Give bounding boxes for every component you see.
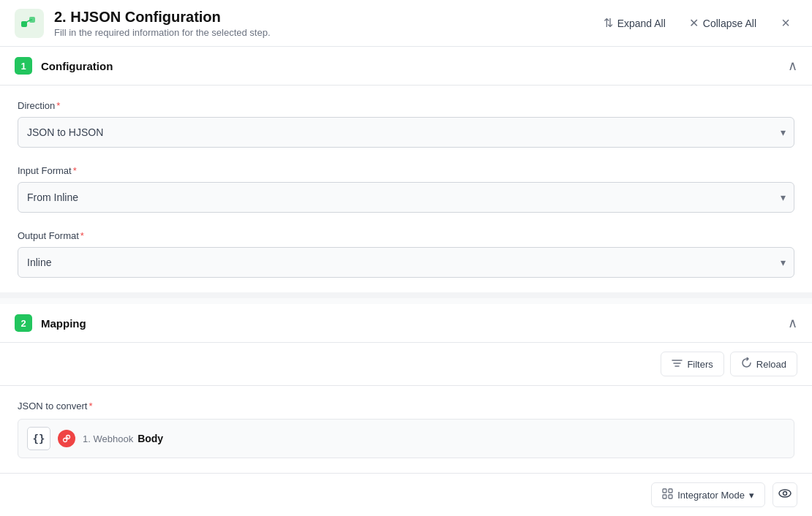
json-to-convert-required: * <box>89 401 92 411</box>
svg-rect-11 <box>669 495 672 498</box>
mapping-section-header[interactable]: 2 Mapping ∧ <box>0 304 812 343</box>
section-1-number: 1 <box>15 57 32 75</box>
output-format-select[interactable]: Inline Variable File <box>18 247 794 278</box>
eye-icon <box>778 487 792 504</box>
section-1-title: Configuration <box>41 60 788 72</box>
collapse-all-label: Collapse All <box>703 18 756 29</box>
mapping-toolbar: Filters Reload <box>0 343 812 386</box>
output-format-required: * <box>80 230 84 241</box>
integrator-mode-button[interactable]: Integrator Mode ▾ <box>651 482 765 507</box>
svg-point-5 <box>64 439 67 442</box>
svg-point-12 <box>779 490 791 497</box>
webhook-field-label: Body <box>138 433 163 444</box>
logo <box>15 9 44 38</box>
webhook-icon <box>58 430 75 447</box>
json-curly-icon: {} <box>33 433 45 444</box>
input-format-field-group: Input Format* From Inline From Variable … <box>18 165 794 213</box>
eye-button[interactable] <box>772 482 797 507</box>
direction-field-group: Direction* JSON to HJSON HJSON to JSON <box>18 100 794 148</box>
expand-all-label: Expand All <box>617 18 666 29</box>
json-to-convert-value-row[interactable]: {} 1. Webhook Body <box>18 419 794 458</box>
integrator-mode-label: Integrator Mode <box>677 490 745 501</box>
input-format-select-wrapper: From Inline From Variable From File <box>18 182 794 213</box>
json-to-convert-label: JSON to convert* <box>18 401 794 411</box>
page-subtitle: Fill in the required information for the… <box>54 27 593 38</box>
page-title: 2. HJSON Configuration <box>54 8 593 26</box>
mapping-body: JSON to convert* {} 1. Webhook Body <box>0 386 812 473</box>
mapping-section: 2 Mapping ∧ Filters <box>0 304 812 516</box>
direction-select[interactable]: JSON to HJSON HJSON to JSON <box>18 117 794 148</box>
title-group: 2. HJSON Configuration Fill in the requi… <box>54 8 593 38</box>
configuration-section: 1 Configuration ∧ Direction* JSON to HJS… <box>0 47 812 292</box>
direction-required: * <box>56 100 60 111</box>
reload-button[interactable]: Reload <box>730 352 797 376</box>
bottom-toolbar: Integrator Mode ▾ <box>0 473 812 516</box>
expand-all-icon: ⇅ <box>604 16 613 30</box>
input-format-required: * <box>73 165 77 176</box>
svg-rect-10 <box>663 495 666 498</box>
output-format-field-group: Output Format* Inline Variable File <box>18 230 794 278</box>
section-2-number: 2 <box>15 314 32 332</box>
svg-rect-8 <box>663 489 666 493</box>
header-actions: ⇅ Expand All ✕ Collapse All × <box>593 12 797 35</box>
filters-icon <box>672 357 683 371</box>
main-content: 1 Configuration ∧ Direction* JSON to HJS… <box>0 47 812 516</box>
reload-label: Reload <box>756 359 786 370</box>
section-divider <box>0 292 812 298</box>
mapping-path: 1. Webhook Body <box>83 433 163 444</box>
expand-all-button[interactable]: ⇅ Expand All <box>593 12 676 34</box>
webhook-step-label: 1. Webhook <box>83 433 133 444</box>
configuration-section-body: Direction* JSON to HJSON HJSON to JSON I… <box>0 86 812 292</box>
section-1-chevron: ∧ <box>788 58 797 74</box>
input-format-select[interactable]: From Inline From Variable From File <box>18 182 794 213</box>
configuration-section-header[interactable]: 1 Configuration ∧ <box>0 47 812 86</box>
collapse-all-button[interactable]: ✕ Collapse All <box>679 12 767 34</box>
integrator-mode-grid-icon <box>662 488 673 501</box>
json-icon-box: {} <box>27 427 50 450</box>
filters-button[interactable]: Filters <box>661 352 723 376</box>
section-2-title: Mapping <box>41 317 788 330</box>
section-2-chevron: ∧ <box>788 315 797 331</box>
integrator-mode-chevron-icon: ▾ <box>749 490 754 501</box>
reload-icon <box>741 357 752 371</box>
output-format-select-wrapper: Inline Variable File <box>18 247 794 278</box>
direction-label: Direction* <box>18 100 794 111</box>
page-header: 2. HJSON Configuration Fill in the requi… <box>0 0 812 47</box>
direction-select-wrapper: JSON to HJSON HJSON to JSON <box>18 117 794 148</box>
svg-line-7 <box>67 437 68 439</box>
close-button[interactable]: × <box>774 12 797 35</box>
input-format-label: Input Format* <box>18 165 794 176</box>
svg-rect-9 <box>669 489 672 493</box>
svg-point-13 <box>783 491 787 495</box>
output-format-label: Output Format* <box>18 230 794 241</box>
filters-label: Filters <box>687 359 713 370</box>
collapse-all-icon: ✕ <box>689 16 699 30</box>
